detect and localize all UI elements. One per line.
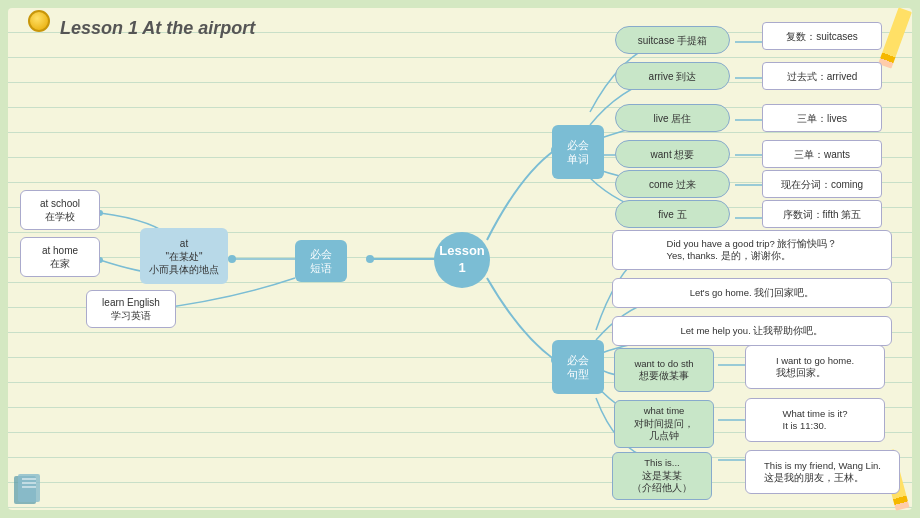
node-at-home: at home 在家 [20,237,100,277]
node-want-to-do: want to do sth 想要做某事 [614,348,714,392]
page-title: Lesson 1 At the airport [60,18,255,39]
node-bihui-danci: 必会 单词 [552,125,604,179]
book-icon [12,471,52,506]
node-suitcase: suitcase 手提箱 [615,26,730,54]
node-what-time-extra: What time is it? It is 11:30. [745,398,885,442]
node-come-extra: 现在分词：coming [762,170,882,198]
node-want-extra: 三单：wants [762,140,882,168]
center-node: Lesson 1 [434,232,490,288]
svg-rect-17 [18,474,40,502]
node-this-is: This is... 这是某某 （介绍他人） [612,452,712,500]
node-sentence2: Let's go home. 我们回家吧。 [612,278,892,308]
node-this-is-extra: This is my friend, Wang Lin. 这是我的朋友，王林。 [745,450,900,494]
node-what-time: what time 对时间提问， 几点钟 [614,400,714,448]
node-five: five 五 [615,200,730,228]
node-want-to-do-extra: I want to go home. 我想回家。 [745,345,885,389]
pushpin-icon [28,10,50,32]
node-arrive-extra: 过去式：arrived [762,62,882,90]
node-sentence3: Let me help you. 让我帮助你吧。 [612,316,892,346]
node-five-extra: 序数词：fifth 第五 [762,200,882,228]
node-learn-english: learn English 学习英语 [86,290,176,328]
node-suitcase-extra: 复数：suitcases [762,22,882,50]
node-live-extra: 三单：lives [762,104,882,132]
node-at-place: at "在某处" 小而具体的地点 [140,228,228,284]
node-sentence1: Did you have a good trip? 旅行愉快吗？ Yes, th… [612,230,892,270]
node-want: want 想要 [615,140,730,168]
node-bihui-juxing: 必会 句型 [552,340,604,394]
node-arrive: arrive 到达 [615,62,730,90]
node-at-school: at school 在学校 [20,190,100,230]
node-bihui-duanyu: 必会 短语 [295,240,347,282]
node-come: come 过来 [615,170,730,198]
node-live: live 居住 [615,104,730,132]
